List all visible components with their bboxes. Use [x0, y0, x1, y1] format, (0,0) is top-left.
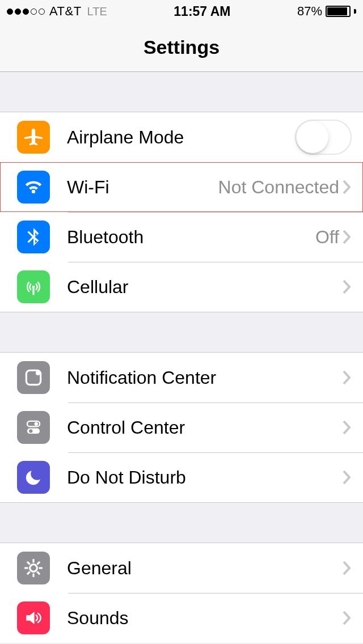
row-bluetooth[interactable]: Bluetooth Off	[0, 212, 363, 262]
bluetooth-icon	[17, 221, 50, 253]
nav-header: Settings	[0, 23, 363, 72]
airplane-icon	[17, 121, 50, 154]
row-label: Do Not Disturb	[67, 467, 343, 488]
row-label: Notification Center	[67, 367, 343, 388]
status-right: 87%	[297, 4, 356, 19]
chevron-right-icon	[343, 279, 352, 294]
status-left: AT&T LTE	[7, 4, 107, 19]
moon-icon	[17, 461, 50, 494]
row-label: Wi-Fi	[67, 177, 218, 198]
row-do-not-disturb[interactable]: Do Not Disturb	[0, 452, 363, 502]
row-sounds[interactable]: Sounds	[0, 593, 363, 643]
row-label: General	[67, 558, 343, 579]
svg-point-5	[35, 422, 38, 426]
row-cellular[interactable]: Cellular	[0, 262, 363, 312]
svg-line-15	[37, 562, 40, 565]
wifi-icon	[17, 171, 50, 204]
svg-point-3	[36, 371, 40, 375]
chevron-right-icon	[343, 611, 352, 625]
row-label: Cellular	[67, 277, 343, 298]
clock: 11:57 AM	[174, 4, 230, 19]
row-label: Sounds	[67, 608, 343, 629]
battery-icon	[326, 6, 351, 17]
network-type-label: LTE	[87, 5, 107, 18]
group-spacer	[0, 72, 363, 112]
group-spacer	[0, 312, 363, 352]
chevron-right-icon	[343, 370, 352, 385]
signal-strength-icon	[7, 9, 45, 15]
row-label: Control Center	[67, 417, 343, 438]
svg-line-16	[27, 571, 30, 574]
chevron-right-icon	[343, 470, 352, 485]
notification-center-icon	[17, 361, 50, 394]
svg-line-14	[37, 571, 40, 574]
svg-line-13	[27, 562, 30, 565]
row-wifi[interactable]: Wi-Fi Not Connected	[0, 162, 363, 212]
settings-group-connectivity: Airplane Mode Wi-Fi Not Connected Blueto…	[0, 112, 363, 312]
chevron-right-icon	[343, 180, 352, 194]
row-label: Bluetooth	[67, 227, 315, 248]
status-bar: AT&T LTE 11:57 AM 87%	[0, 0, 363, 23]
svg-rect-1	[32, 287, 34, 295]
gear-icon	[17, 552, 50, 584]
row-label: Airplane Mode	[67, 127, 295, 148]
row-general[interactable]: General	[0, 543, 363, 593]
airplane-mode-toggle[interactable]	[295, 120, 352, 155]
svg-point-7	[29, 429, 32, 433]
row-value: Not Connected	[218, 177, 339, 198]
chevron-right-icon	[343, 230, 352, 244]
group-spacer	[0, 503, 363, 543]
carrier-label: AT&T	[49, 4, 82, 19]
row-value: Off	[315, 227, 339, 248]
speaker-icon	[17, 601, 50, 634]
cellular-icon	[17, 270, 50, 303]
chevron-right-icon	[343, 561, 352, 575]
row-notification-center[interactable]: Notification Center	[0, 353, 363, 402]
row-control-center[interactable]: Control Center	[0, 402, 363, 452]
svg-point-8	[30, 565, 37, 572]
chevron-right-icon	[343, 420, 352, 435]
row-airplane-mode[interactable]: Airplane Mode	[0, 112, 363, 162]
settings-group-controls: Notification Center Control Center Do No…	[0, 352, 363, 503]
battery-percent: 87%	[297, 4, 322, 19]
page-title: Settings	[143, 36, 220, 58]
control-center-icon	[17, 411, 50, 444]
settings-group-general: General Sounds	[0, 543, 363, 643]
